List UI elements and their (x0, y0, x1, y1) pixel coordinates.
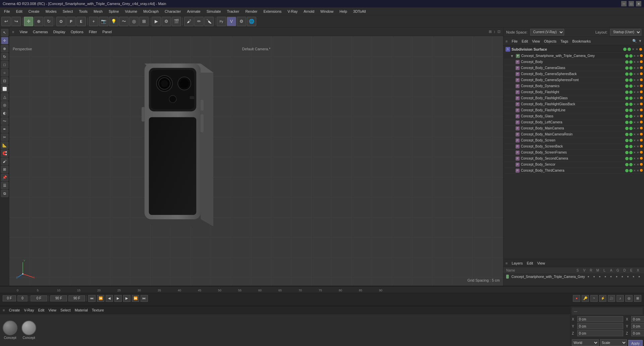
obj-row-0[interactable]: P Concept_Body ✕ ✕ (503, 59, 644, 65)
obj-row-5[interactable]: P Concept_Body_Flashlight ✕ ✕ (503, 89, 644, 95)
menu-tools[interactable]: Tools (76, 8, 90, 15)
lm-ctrl-m[interactable]: ● (603, 275, 607, 278)
dot-17a[interactable] (625, 163, 629, 166)
root-dot2[interactable] (629, 54, 633, 58)
sculpt-button[interactable]: ✏ (194, 17, 204, 26)
layer-row-0[interactable]: Concept_Smartphone_with_Triple_Camera_Gr… (503, 273, 644, 280)
mat-menu-edit[interactable]: Edit (38, 308, 44, 312)
dot-14b[interactable] (629, 145, 633, 148)
x-6a[interactable]: ✕ (633, 97, 636, 100)
material-item-0[interactable]: Concept (3, 321, 17, 340)
x-7b[interactable]: ✕ (637, 103, 639, 106)
lm-menu-edit[interactable]: Edit (527, 261, 533, 265)
world-dropdown[interactable]: World Object Parent (572, 339, 599, 346)
subdiv-ctrl1[interactable]: ✕ (632, 48, 635, 51)
dot-10b[interactable] (629, 121, 633, 124)
knife-button[interactable]: 🔪 (204, 17, 214, 26)
dot-1a[interactable] (625, 66, 629, 70)
dot-13b[interactable] (629, 139, 633, 142)
x-10a[interactable]: ✕ (633, 121, 636, 124)
play-button[interactable]: ▶ (114, 295, 122, 302)
coord-x-input[interactable] (577, 316, 623, 322)
mat-menu-vray[interactable]: V-Ray (24, 308, 34, 312)
x-14b[interactable]: ✕ (637, 145, 639, 148)
om-search-icon[interactable]: 🔍 (632, 39, 637, 43)
viewport-icon-3[interactable]: ⊡ (497, 30, 500, 34)
menu-mesh[interactable]: Mesh (91, 8, 105, 15)
frame-offset-input[interactable] (17, 295, 28, 301)
om-menu-file[interactable]: File (512, 39, 518, 43)
om-menu-edit[interactable]: Edit (522, 39, 528, 43)
torus-tool[interactable]: ◎ (1, 101, 8, 109)
size-x-input[interactable] (631, 316, 644, 322)
obj-row-18[interactable]: P Concept_Body_ThirdCamera ✕ ✕ (503, 168, 644, 174)
prev-frame-button[interactable]: ⏪ (97, 295, 104, 302)
deformer-button[interactable]: ⊞ (139, 17, 149, 26)
x-15b[interactable]: ✕ (637, 151, 639, 154)
cone-tool[interactable]: △ (1, 93, 8, 101)
box-tool[interactable]: □ (1, 61, 8, 68)
x-12b[interactable]: ✕ (637, 133, 639, 136)
light-button[interactable]: 💡 (109, 17, 118, 26)
x-6b[interactable]: ✕ (637, 97, 639, 100)
dot-6a[interactable] (625, 97, 629, 100)
root-dot1[interactable] (625, 54, 629, 58)
snap-tool[interactable]: 📌 (1, 174, 8, 181)
x-16b[interactable]: ✕ (637, 157, 639, 160)
cylinder-tool[interactable]: ⊡ (1, 77, 8, 84)
x-18a[interactable]: ✕ (633, 169, 636, 172)
lm-ctrl-d[interactable]: ● (626, 275, 630, 278)
om-menu-tags[interactable]: Tags (560, 39, 568, 43)
edges-mode-button[interactable]: E (76, 17, 86, 26)
grid-tool[interactable]: ⊞ (1, 166, 8, 173)
lm-ctrl-s[interactable]: ● (586, 275, 591, 278)
x-13a[interactable]: ✕ (633, 139, 636, 142)
dot-1b[interactable] (629, 66, 633, 70)
camera-button[interactable]: 📷 (99, 17, 108, 26)
dot-18b[interactable] (629, 169, 633, 172)
magnet-tool[interactable]: 🧲 (1, 150, 8, 157)
disc-tool[interactable]: ◐ (1, 109, 8, 117)
frame-end2-input[interactable] (68, 295, 85, 301)
dot-4b[interactable] (629, 84, 633, 88)
points-mode-button[interactable]: P (66, 17, 76, 26)
viewport-menu-cameras[interactable]: Cameras (33, 30, 48, 34)
vray-button[interactable]: V (227, 17, 236, 26)
pointer-tool[interactable]: ↖ (1, 29, 8, 36)
mat-menu-texture[interactable]: Texture (92, 308, 104, 312)
obj-row-13[interactable]: P Concept_Body_Screen ✕ ✕ (503, 137, 644, 143)
menu-3dtoall[interactable]: 3DToAll (351, 8, 369, 15)
root-x1[interactable]: ✕ (633, 54, 636, 58)
menu-render[interactable]: Render (243, 8, 260, 15)
nurbs-button[interactable]: ◎ (129, 17, 139, 26)
minimize-button[interactable]: ─ (621, 1, 627, 6)
mat-menu-view[interactable]: View (48, 308, 56, 312)
viewport-menu-view[interactable]: View (19, 30, 28, 34)
x-2b[interactable]: ✕ (637, 72, 639, 76)
dot-2a[interactable] (625, 72, 629, 76)
onion-button[interactable]: ◎ (625, 295, 633, 302)
rotate-tool-button[interactable]: ↻ (44, 17, 53, 26)
dot-3a[interactable] (625, 78, 629, 82)
dot-4a[interactable] (625, 84, 629, 88)
ipr-button[interactable]: 🎬 (172, 17, 181, 26)
viewport-icon-1[interactable]: ⊞ (489, 30, 492, 34)
subdiv-visible-dot[interactable] (623, 48, 627, 51)
menu-extensions[interactable]: Extensions (261, 8, 284, 15)
obj-row-15[interactable]: P Concept_Body_ScreenFrames ✕ ✕ (503, 150, 644, 156)
apply-button[interactable]: Apply (628, 340, 643, 346)
x-13b[interactable]: ✕ (637, 139, 639, 142)
viewport[interactable]: ≡ View Cameras Display Options Filter Pa… (9, 27, 503, 286)
obj-row-1[interactable]: P Concept_Body_CameraGlass ✕ ✕ (503, 65, 644, 71)
frame-current-input[interactable] (31, 295, 47, 301)
object-row-root[interactable]: ▼ P Concept_Smartphone_with_Triple_Camer… (503, 53, 644, 59)
dot-9a[interactable] (625, 115, 629, 118)
x-17b[interactable]: ✕ (637, 163, 639, 166)
size-y-input[interactable] (631, 323, 644, 329)
lm-ctrl-e[interactable]: ● (631, 275, 636, 278)
x-9b[interactable]: ✕ (637, 115, 639, 118)
x-18b[interactable]: ✕ (637, 169, 639, 172)
menu-file[interactable]: File (1, 8, 13, 15)
dynamics-button[interactable]: ⚡ (599, 295, 606, 302)
menu-volume[interactable]: Volume (122, 8, 140, 15)
